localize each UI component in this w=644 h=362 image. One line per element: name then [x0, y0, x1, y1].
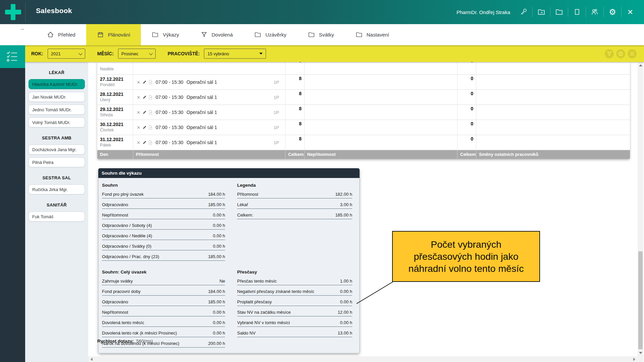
row-day: Pátek	[100, 142, 133, 147]
shift-place: Operační sál 1	[186, 110, 217, 115]
print-button[interactable]	[616, 49, 625, 58]
worker-item[interactable]: Pilná Petra	[29, 157, 85, 167]
scroll-left-icon[interactable]	[91, 358, 93, 361]
scroll-up-icon[interactable]	[639, 64, 642, 66]
tab-dovolená[interactable]: Dovolená	[190, 24, 244, 45]
worker-item[interactable]: Jedno Tomáš MUDr.	[29, 105, 85, 115]
note-edit-icon[interactable]	[148, 95, 153, 100]
absent-total: 0	[471, 121, 473, 126]
square-icon[interactable]	[573, 8, 581, 16]
summary-row-value: 13.00 h	[338, 330, 352, 336]
row-date: 28.12.2021	[100, 92, 133, 97]
summary-panel: Souhrn dle výkazu SouhrnFond pro plný úv…	[98, 168, 360, 353]
row-date: 31.12.2021	[100, 137, 133, 142]
summary-row-value: 0.00 h	[213, 213, 225, 218]
vertical-scrollbar[interactable]	[638, 62, 643, 362]
summary-row-value: 0.00 h	[213, 310, 225, 315]
summary-row: Fond pracovní doby184.00 h	[102, 285, 225, 296]
note-edit-icon[interactable]	[148, 125, 153, 130]
close-icon[interactable]: ×	[136, 80, 141, 85]
month-select[interactable]: Prosinec	[118, 49, 156, 59]
summary-block: PřesčasyPřesčas tento měsíc1.00 hNegativ…	[237, 267, 352, 337]
collapse-arrow-icon[interactable]: →	[19, 25, 24, 31]
close-icon[interactable]: ×	[136, 95, 141, 100]
summary-row-value: 3.00 h	[340, 202, 352, 207]
present-total-cell: 8	[285, 105, 305, 120]
note-edit-icon[interactable]	[148, 140, 153, 145]
row-day: Čtvrtek	[100, 127, 133, 132]
summary-row: Odpracováno / Soboty (4)0.00 h	[102, 219, 225, 230]
status-label: Rychlost dotazu:	[97, 339, 134, 344]
year-select[interactable]: 2021	[48, 49, 85, 59]
scroll-down-icon[interactable]	[639, 352, 642, 354]
tab-výkazy[interactable]: Výkazy	[141, 24, 190, 45]
row-actions: ×	[136, 125, 153, 130]
tab-přehled[interactable]: Přehled	[36, 24, 86, 45]
shift-place: Operační sál 1	[186, 79, 217, 85]
note-edit-icon[interactable]	[148, 80, 153, 85]
row-date: 30.12.2021	[100, 122, 133, 127]
pencil-icon[interactable]	[142, 125, 147, 130]
pencil-icon[interactable]	[142, 80, 147, 85]
summary-row: Negativní přesčasy získané tento měsíc0.…	[237, 285, 352, 296]
worker-item[interactable]: Docházková Jana Mgr.	[29, 144, 85, 155]
tab-plánování[interactable]: Plánování	[86, 24, 141, 45]
worker-item[interactable]: Jan Novák MUDr.	[29, 92, 85, 102]
summary-row: Nepřítomnost0.00 h	[102, 306, 225, 316]
summary-section-heading: Legenda	[237, 183, 352, 188]
folder-icon[interactable]	[555, 8, 564, 16]
scroll-right-icon[interactable]	[633, 358, 635, 361]
row-day: Pondělí	[100, 82, 133, 87]
workplace-select[interactable]: 15 vybráno	[204, 49, 266, 59]
users-icon[interactable]	[590, 8, 599, 16]
pencil-icon[interactable]	[142, 140, 147, 145]
close-icon[interactable]: ×	[136, 125, 141, 130]
present-total-cell: 8	[285, 135, 305, 150]
summary-row: Lékař3.00 h	[237, 198, 352, 209]
close-icon[interactable]: ×	[136, 140, 141, 145]
summary-row-value: 0.00 h	[213, 244, 225, 249]
worker-item[interactable]: Ručička Jirka Mgr.	[29, 184, 85, 194]
close-icon[interactable]: ×	[626, 8, 635, 16]
summary-row-value: 0.00 h	[213, 233, 225, 238]
other-shifts-cell	[476, 120, 630, 135]
row-actions: ×	[136, 80, 153, 85]
key-icon[interactable]	[519, 8, 528, 16]
summary-row: Zahrnuje svátkyNe	[102, 275, 225, 285]
pencil-icon[interactable]	[142, 110, 147, 115]
note-edit-icon[interactable]	[148, 110, 153, 115]
present-total: 0	[299, 62, 302, 63]
row-day: Neděle	[100, 66, 114, 71]
worker-item[interactable]: Volný Tomáš MUDr.	[29, 117, 85, 127]
row-date: 29.12.2021	[100, 107, 133, 112]
worker-item[interactable]: Hlavička Kazimír MUDr.	[29, 79, 85, 89]
summary-block: SouhrnFond pro plný úvazek184.00 hOdprac…	[102, 180, 225, 261]
tab-uzávěrky[interactable]: Uzávěrky	[244, 24, 297, 45]
shift-time: 07:00 - 15:30	[156, 140, 184, 145]
absent-total: 0	[471, 62, 473, 63]
shift-time: 07:00 - 15:30	[156, 79, 184, 85]
folder-icon	[254, 31, 261, 38]
tab-svátky[interactable]: Svátky	[297, 24, 345, 45]
day-cell: 27.12.2021Pondělí	[97, 75, 133, 89]
pencil-icon[interactable]	[142, 95, 147, 100]
filter-button[interactable]	[605, 49, 614, 58]
table-row: 30.12.2021Čtvrtek×07:00 - 15:30Operační …	[97, 120, 630, 135]
close-icon[interactable]: ×	[136, 110, 141, 115]
tab-label: Plánování	[108, 32, 130, 38]
icon-separator	[603, 7, 604, 17]
worker-list-toggle[interactable]	[0, 45, 25, 68]
absence-cell	[305, 105, 458, 120]
summary-row: Přesčas tento měsíc1.00 h	[237, 275, 352, 285]
salesbook-logo-cross-icon	[5, 4, 21, 20]
folder-n-icon[interactable]: N	[537, 8, 546, 16]
day-cell: 29.12.2021Středa	[97, 105, 133, 120]
gear-icon[interactable]: ⚙	[608, 8, 617, 16]
absent-total: 0	[471, 91, 473, 96]
worker-item[interactable]: Fuk Tomáš	[29, 212, 85, 222]
present-total: 8	[299, 106, 302, 111]
menu-button[interactable]	[628, 49, 637, 58]
horizontal-scrollbar[interactable]	[88, 356, 638, 362]
vertical-scroll-thumb[interactable]	[638, 251, 643, 349]
tab-nastavení[interactable]: Nastavení	[345, 24, 400, 45]
